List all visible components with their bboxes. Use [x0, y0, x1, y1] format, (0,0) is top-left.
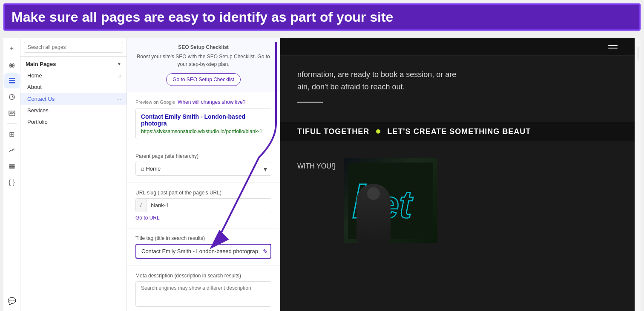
marquee-text2: LET'S CREATE SOMETHING BEAUT [387, 127, 531, 136]
svg-rect-6 [9, 165, 14, 165]
url-slug-input[interactable] [147, 199, 271, 212]
preview-text-main: nformation, are ready to book a session,… [297, 68, 618, 93]
parent-page-select-wrapper: ⌂ Home [135, 162, 271, 176]
meta-desc-section: Meta description (description in search … [127, 266, 280, 311]
title-tag-section: Title tag (title in search results) [127, 228, 280, 266]
parent-page-section: Parent page (site hierarchy) ⌂ Home [127, 146, 280, 183]
site-icon[interactable]: ◉ [4, 57, 20, 72]
seo-panel: SEO Setup Checklist Boost your site's SE… [127, 38, 280, 311]
seo-checklist-button[interactable]: Go to SEO Setup Checklist [166, 73, 241, 86]
page-item-services[interactable]: Services [20, 105, 126, 116]
page-item-label: Portfolio [27, 119, 121, 125]
google-preview-label: Preview on Google When will changes show… [135, 99, 271, 105]
page-item-label: Contact Us [27, 96, 116, 102]
parent-page-label: Parent page (site hierarchy) [135, 153, 271, 159]
pages-section-arrow[interactable]: ▼ [117, 62, 121, 66]
marquee-text1: TIFUL TOGETHER [297, 127, 369, 136]
banner: Make sure all pages are easy to identify… [3, 3, 641, 31]
preview-panel: nformation, are ready to book a session,… [280, 38, 635, 311]
google-preview-section: Preview on Google When will changes show… [127, 92, 280, 146]
parent-page-select[interactable]: ⌂ Home [135, 162, 271, 176]
url-slug-section: URL slug (last part of the page's URL) /… [127, 183, 280, 228]
page-item-dots[interactable]: ··· [116, 95, 121, 102]
pages-search-input[interactable] [24, 42, 123, 53]
svg-rect-8 [9, 168, 14, 168]
google-preview-title: Contact Emily Smith - London-based photo… [141, 113, 266, 127]
title-tag-label: Title tag (title in search results) [135, 235, 271, 241]
go-to-url-link[interactable]: Go to URL [135, 215, 160, 221]
google-preview-box: Contact Emily Smith - London-based photo… [135, 108, 271, 139]
preview-marquee-bar: TIFUL TOGETHER LET'S CREATE SOMETHING BE… [280, 122, 635, 141]
page-item-label: Services [27, 107, 121, 114]
pages-section-title: Main Pages [26, 61, 56, 67]
right-sidebar [635, 38, 641, 311]
page-item-label: About [27, 84, 121, 90]
hamburger-icon [608, 45, 618, 49]
seo-checklist-title: SEO Setup Checklist [135, 44, 271, 50]
url-slug-slash: / [136, 199, 147, 212]
title-tag-wrapper [135, 244, 271, 259]
svg-rect-0 [9, 78, 15, 79]
meta-desc-textarea[interactable] [135, 281, 271, 307]
preview-content: nformation, are ready to book a session,… [280, 56, 635, 122]
pages-panel: Main Pages ▼ Home ⌂ About Contact Us ···… [20, 38, 127, 311]
media-icon[interactable] [4, 106, 20, 121]
home-icon: ⌂ [118, 73, 121, 79]
wix-toolbar: + ◉ ⊞ { } 💬 [3, 38, 20, 311]
apps-icon[interactable]: ⊞ [4, 126, 20, 142]
pages-section-header: Main Pages ▼ [20, 57, 126, 70]
pages-search-container [20, 38, 126, 57]
preview-bottom: WITH YOU!] k et [280, 150, 635, 252]
scroll-indicator [638, 47, 638, 60]
page-item-label: Home [27, 72, 117, 79]
add-icon[interactable]: + [4, 41, 20, 56]
code-icon[interactable]: { } [4, 175, 20, 190]
preview-photo: k et [344, 158, 437, 243]
google-when-link[interactable]: When will changes show live? [178, 99, 245, 105]
page-item-about[interactable]: About [20, 81, 126, 93]
settings-icon[interactable] [4, 159, 20, 174]
page-item-contact-us[interactable]: Contact Us ··· [20, 93, 126, 105]
seo-checklist-banner: SEO Setup Checklist Boost your site's SE… [127, 38, 280, 92]
page-item-portfolio[interactable]: Portfolio [20, 116, 126, 128]
chat-icon[interactable]: 💬 [4, 293, 20, 308]
preview-divider [297, 102, 323, 103]
seo-checklist-desc: Boost your site's SEO with the SEO Setup… [135, 53, 271, 68]
svg-rect-7 [9, 166, 14, 167]
banner-text: Make sure all pages are easy to identify… [12, 9, 393, 25]
svg-rect-2 [9, 82, 15, 83]
preview-graffiti: k et [344, 158, 437, 243]
analytics-icon[interactable] [4, 143, 20, 158]
page-item-home[interactable]: Home ⌂ [20, 70, 126, 81]
pages-icon[interactable] [4, 73, 20, 88]
design-icon[interactable] [4, 89, 20, 105]
url-slug-row: / [135, 198, 271, 212]
preview-text-bottom: WITH YOU!] [297, 158, 335, 243]
title-tag-input[interactable] [135, 244, 271, 259]
preview-dot [376, 129, 380, 134]
svg-rect-1 [9, 80, 15, 81]
meta-desc-label: Meta description (description in search … [135, 273, 271, 279]
url-slug-label: URL slug (last part of the page's URL) [135, 190, 271, 196]
google-preview-url: https://slvksamsonstudio.wixstudio.io/po… [141, 128, 266, 134]
